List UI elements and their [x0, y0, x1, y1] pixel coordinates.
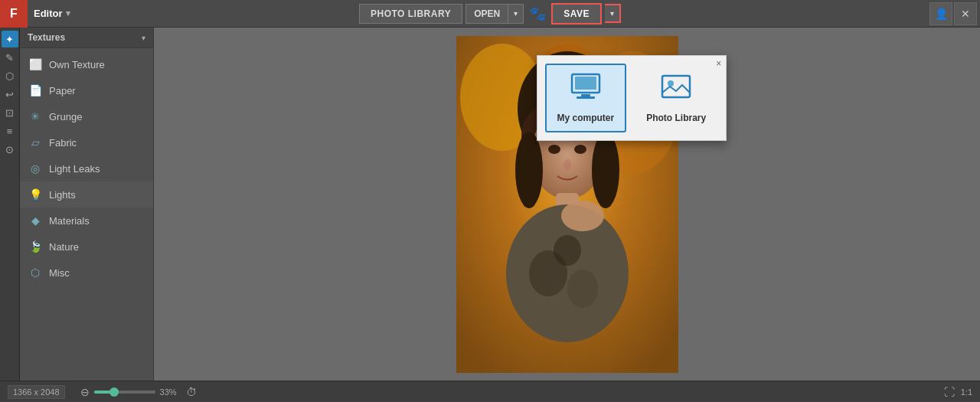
editor-title-text: Editor [34, 8, 63, 19]
fabric-label: Fabric [49, 137, 77, 149]
tool-cursor[interactable]: ✦ [2, 31, 18, 47]
lights-label: Lights [49, 189, 76, 201]
fabric-icon: ▱ [28, 135, 43, 150]
sidebar-header[interactable]: Textures ▾ [20, 28, 153, 48]
bottom-bar: 1366 x 2048 ⊖ 33% ⏱ ⛶ 1:1 [0, 381, 980, 402]
svg-rect-20 [575, 77, 596, 90]
tool-shape[interactable]: ⬡ [2, 67, 18, 84]
svg-point-17 [515, 132, 543, 208]
app-logo: F [0, 0, 28, 28]
save-arrow-button[interactable]: ▾ [605, 4, 621, 23]
dog-icon: 🐾 [527, 3, 548, 25]
save-button[interactable]: SAVE [551, 3, 602, 25]
misc-icon: ⬡ [28, 265, 43, 280]
sidebar-header-text: Textures [28, 32, 65, 43]
open-button[interactable]: OPEN [466, 4, 508, 24]
grunge-label: Grunge [49, 111, 82, 123]
save-dropdown-close[interactable]: × [716, 59, 721, 68]
light-leaks-icon: ◎ [28, 161, 43, 176]
svg-point-18 [592, 132, 619, 208]
svg-rect-21 [581, 94, 590, 96]
ratio-text: 1:1 [961, 387, 972, 397]
sidebar-item-misc[interactable]: ⬡ Misc [20, 260, 153, 286]
photo-library-icon [661, 73, 691, 106]
photo-library-button[interactable]: PHOTO LIBRARY [359, 4, 462, 24]
open-arrow-button[interactable]: ▾ [508, 4, 524, 24]
tool-layers[interactable]: ≡ [2, 123, 18, 139]
clock-icon[interactable]: ⏱ [186, 386, 197, 398]
zoom-percent-text: 33% [160, 387, 181, 397]
main-layout: ✦ ✎ ⬡ ↩ ⊡ ≡ ⊙ Textures ▾ ⬜ Own Texture 📄… [0, 28, 980, 381]
nature-icon: 🍃 [28, 239, 43, 254]
save-option-photo-library[interactable]: Photo Library [634, 64, 718, 132]
svg-point-10 [564, 159, 571, 170]
tool-crop[interactable]: ⊡ [2, 104, 18, 121]
svg-point-15 [554, 235, 581, 266]
editor-title: Editor ▾ [28, 8, 77, 19]
top-bar-right: 👤 ✕ [929, 0, 980, 27]
bottom-right-controls: ⛶ 1:1 [944, 386, 972, 398]
svg-point-16 [561, 201, 604, 231]
save-dropdown: × My computer [537, 55, 727, 141]
misc-label: Misc [49, 267, 70, 279]
close-button[interactable]: ✕ [954, 2, 977, 25]
sidebar-item-nature[interactable]: 🍃 Nature [20, 234, 153, 260]
left-toolbar: ✦ ✎ ⬡ ↩ ⊡ ≡ ⊙ [0, 28, 20, 381]
materials-icon: ◆ [28, 213, 43, 228]
top-bar: F Editor ▾ PHOTO LIBRARY OPEN ▾ 🐾 SAVE ▾… [0, 0, 980, 28]
svg-rect-22 [577, 96, 595, 99]
tool-pen[interactable]: ✎ [2, 49, 18, 66]
zoom-out-icon[interactable]: ⊖ [80, 386, 90, 398]
own-texture-icon: ⬜ [28, 57, 43, 72]
sidebar-item-fabric[interactable]: ▱ Fabric [20, 129, 153, 155]
fit-screen-icon[interactable]: ⛶ [944, 386, 955, 398]
sidebar-item-grunge[interactable]: ✳ Grunge [20, 103, 153, 129]
sidebar-header-arrow: ▾ [142, 34, 145, 42]
sidebar-item-own-texture[interactable]: ⬜ Own Texture [20, 51, 153, 77]
paper-icon: 📄 [28, 83, 43, 98]
paper-label: Paper [49, 85, 76, 96]
grunge-icon: ✳ [28, 109, 43, 124]
canvas-area: × My computer [154, 28, 980, 381]
sidebar-item-materials[interactable]: ◆ Materials [20, 208, 153, 234]
save-option-my-computer[interactable]: My computer [545, 64, 627, 132]
svg-point-8 [548, 145, 560, 154]
top-bar-center: PHOTO LIBRARY OPEN ▾ 🐾 SAVE ▾ [359, 3, 621, 25]
nature-label: Nature [49, 241, 79, 253]
my-computer-icon [570, 73, 601, 106]
light-leaks-label: Light Leaks [49, 163, 100, 175]
tool-filter[interactable]: ⊙ [2, 141, 18, 158]
sidebar-item-paper[interactable]: 📄 Paper [20, 77, 153, 103]
own-texture-label: Own Texture [49, 59, 105, 70]
editor-title-arrow[interactable]: ▾ [66, 8, 70, 18]
zoom-controls: ⊖ 33% ⏱ [80, 386, 197, 398]
sidebar-item-lights[interactable]: 💡 Lights [20, 181, 153, 208]
sidebar-items: ⬜ Own Texture 📄 Paper ✳ Grunge ▱ Fabric … [20, 48, 153, 381]
svg-point-14 [567, 270, 598, 308]
svg-point-24 [668, 80, 674, 87]
svg-point-9 [574, 145, 586, 154]
open-group: OPEN ▾ [466, 4, 524, 24]
zoom-slider-thumb[interactable] [109, 387, 119, 397]
sidebar-item-light-leaks[interactable]: ◎ Light Leaks [20, 155, 153, 181]
lights-icon: 💡 [28, 187, 43, 202]
materials-label: Materials [49, 215, 90, 227]
top-bar-left: F Editor ▾ [0, 0, 77, 27]
zoom-slider[interactable] [94, 391, 155, 394]
sidebar: Textures ▾ ⬜ Own Texture 📄 Paper ✳ Grung… [20, 28, 154, 381]
svg-rect-23 [662, 76, 690, 97]
my-computer-label: My computer [557, 113, 615, 123]
dimensions-display: 1366 x 2048 [8, 385, 65, 399]
tool-undo[interactable]: ↩ [2, 86, 18, 103]
user-icon-button[interactable]: 👤 [929, 2, 952, 25]
photo-library-option-label: Photo Library [646, 113, 706, 123]
